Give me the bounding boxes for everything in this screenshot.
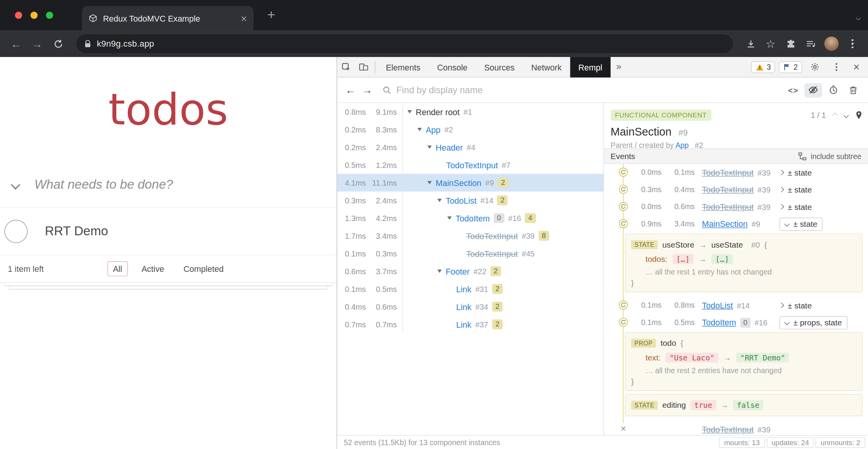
tab-strip-chevron-icon[interactable] [856, 12, 860, 22]
event-details-toggle[interactable]: ± state [779, 185, 868, 194]
rempl-forward-button[interactable]: → [359, 84, 375, 96]
component-link[interactable]: TodoTextInput [702, 202, 754, 211]
devtools-menu-icon[interactable] [828, 57, 845, 77]
component-search[interactable] [382, 85, 783, 95]
component-name[interactable]: TodoTextInput [466, 231, 518, 240]
event-row[interactable]: 0.3ms0.4msTodoTextInput#39± state [604, 181, 868, 198]
event-details-toggle[interactable]: ± props, state [779, 316, 868, 329]
devtools-tab-network[interactable]: Network [523, 57, 570, 77]
more-tabs-chevron[interactable]: » [611, 62, 627, 73]
component-name[interactable]: Link [456, 302, 472, 311]
pager-previous-icon[interactable] [832, 112, 838, 118]
device-toolbar-icon[interactable] [355, 57, 372, 77]
close-window-button[interactable] [15, 12, 22, 19]
component-link[interactable]: MainSection [702, 219, 748, 228]
tree-expander-icon[interactable] [417, 128, 422, 131]
settings-gear-icon[interactable] [806, 57, 824, 77]
tree-row[interactable]: 0.4ms0.6msLink#342 [337, 298, 603, 315]
filter-active[interactable]: Active [136, 261, 169, 276]
warnings-badge[interactable]: 3 [751, 61, 776, 73]
tree-row[interactable]: 0.1ms0.5msLink#312 [337, 280, 603, 298]
tree-row[interactable]: 4.1ms11.1msMainSection#92 [337, 174, 603, 191]
tree-row[interactable]: 0.3ms2.4msTodoList#142 [337, 191, 603, 209]
address-bar[interactable]: k9n9g.csb.app [76, 34, 733, 53]
profile-avatar[interactable] [824, 37, 838, 51]
search-input[interactable] [396, 85, 783, 95]
tree-row[interactable]: 1.3ms4.2msTodoItem0#164 [337, 209, 603, 227]
tree-row[interactable]: 0.6ms3.7msFooter#222 [337, 262, 603, 280]
event-details-toggle[interactable]: ± state [779, 168, 868, 177]
tree-expander-icon[interactable] [437, 199, 442, 202]
tree-expander-icon[interactable] [447, 216, 452, 220]
event-details-toggle-box[interactable]: ± props, state [779, 316, 847, 329]
component-link[interactable]: TodoList [702, 301, 733, 310]
event-row[interactable]: 0.0ms0.1msTodoTextInput#39± state [604, 164, 868, 181]
event-row[interactable]: ×TodoTextInput#39 [604, 421, 868, 435]
component-name[interactable]: Header [436, 142, 463, 152]
bookmark-star-icon[interactable]: ☆ [762, 37, 779, 50]
new-todo-input[interactable] [34, 177, 337, 192]
toggle-all-chevron-icon[interactable] [11, 180, 20, 189]
event-details-toggle-box[interactable]: ± state [779, 217, 823, 231]
tree-expander-icon[interactable] [427, 181, 432, 184]
devtools-tab-rempl[interactable]: Rempl [570, 57, 610, 77]
event-row[interactable]: 0.1ms0.8msTodoList#14± state [604, 297, 868, 314]
todo-label[interactable]: RRT Demo [45, 224, 108, 239]
event-details-toggle[interactable]: ± state [779, 217, 868, 231]
component-name[interactable]: MainSection [436, 178, 481, 187]
component-link[interactable]: TodoTextInput [702, 185, 754, 194]
component-name[interactable]: TodoTextInput [446, 160, 498, 169]
extensions-puzzle-icon[interactable] [782, 39, 799, 48]
issues-badge[interactable]: 2 [779, 61, 802, 73]
tab-close-icon[interactable]: × [241, 13, 247, 23]
reload-button[interactable] [49, 39, 68, 48]
hide-unmounted-eye-icon[interactable] [804, 83, 823, 97]
clear-events-trash-icon[interactable] [844, 85, 863, 94]
rempl-back-button[interactable]: ← [343, 84, 358, 96]
event-row[interactable]: 0.0ms0.6msTodoTextInput#39± state [604, 198, 868, 216]
tree-expander-icon[interactable] [437, 270, 442, 273]
devtools-close-icon[interactable]: × [849, 57, 863, 77]
media-list-icon[interactable] [802, 40, 819, 48]
devtools-tab-elements[interactable]: Elements [377, 57, 429, 77]
track-timings-clock-icon[interactable] [824, 85, 843, 94]
tree-row[interactable]: 0.8ms9.1msRender root#1 [337, 103, 603, 121]
component-name[interactable]: TodoItem [456, 213, 490, 223]
component-name[interactable]: Link [456, 320, 472, 329]
minimize-window-button[interactable] [30, 12, 38, 19]
show-source-code-icon[interactable]: <> [784, 85, 803, 94]
event-details-toggle[interactable]: ± state [779, 301, 868, 310]
event-row[interactable]: 0.9ms3.4msMainSection#9± state [604, 215, 868, 233]
new-tab-button[interactable]: + [265, 7, 278, 23]
tree-expander-icon[interactable] [407, 110, 412, 114]
component-name[interactable]: Link [456, 284, 472, 293]
component-link[interactable]: TodoTextInput [702, 425, 754, 434]
event-details-toggle[interactable]: ± state [779, 202, 868, 211]
tree-expander-icon[interactable] [427, 146, 432, 149]
component-name[interactable]: Footer [446, 266, 469, 276]
filter-completed[interactable]: Completed [178, 261, 229, 276]
devtools-tab-console[interactable]: Console [429, 57, 476, 77]
todo-toggle-circle[interactable] [5, 219, 28, 243]
install-app-icon[interactable] [742, 39, 759, 48]
component-name[interactable]: TodoTextInput [466, 249, 518, 258]
component-link[interactable]: TodoItem [702, 318, 736, 327]
event-row[interactable]: 0.1ms0.5msTodoItem0#16± props, state [604, 314, 868, 331]
tree-row[interactable]: 1.7ms3.4msTodoTextInput#398 [337, 227, 603, 245]
tree-row[interactable]: 0.1ms0.3msTodoTextInput#45 [337, 245, 603, 262]
pin-selection-icon[interactable] [855, 111, 863, 120]
tree-row[interactable]: 0.5ms1.2msTodoTextInput#7 [337, 156, 603, 174]
tree-row[interactable]: 0.2ms8.3msApp#2 [337, 121, 603, 138]
pager-next-icon[interactable] [843, 112, 849, 118]
component-name[interactable]: TodoList [446, 196, 476, 205]
tree-row[interactable]: 0.7ms0.7msLink#372 [337, 315, 603, 333]
parent-component-link[interactable]: App [675, 141, 689, 150]
component-link[interactable]: TodoTextInput [702, 168, 754, 177]
browser-tab[interactable]: Redux TodoMVC Example × [82, 6, 254, 30]
component-name[interactable]: App [426, 125, 440, 134]
zoom-window-button[interactable] [46, 12, 53, 19]
forward-button[interactable]: → [28, 37, 47, 50]
lock-icon[interactable] [84, 40, 92, 48]
back-button[interactable]: ← [7, 37, 25, 50]
inspect-element-icon[interactable] [337, 57, 355, 77]
